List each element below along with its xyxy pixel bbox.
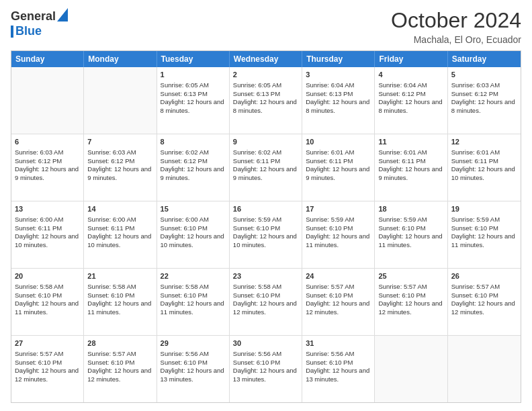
day-number: 20	[15, 271, 80, 281]
sunrise-text: Sunrise: 5:58 AM	[87, 283, 152, 291]
sunset-text: Sunset: 6:12 PM	[87, 157, 152, 166]
day-number: 11	[378, 137, 443, 147]
day-info: Sunrise: 5:59 AMSunset: 6:10 PMDaylight:…	[378, 216, 443, 250]
day-info: Sunrise: 6:01 AMSunset: 6:11 PMDaylight:…	[451, 148, 517, 183]
calendar-cell-6: 6Sunrise: 6:03 AMSunset: 6:12 PMDaylight…	[11, 134, 84, 201]
calendar-cell-21: 21Sunrise: 5:58 AMSunset: 6:10 PMDayligh…	[84, 269, 157, 335]
sunrise-text: Sunrise: 6:03 AM	[15, 148, 80, 157]
sunrise-text: Sunrise: 5:57 AM	[87, 350, 152, 359]
sunrise-text: Sunrise: 5:58 AM	[233, 283, 298, 291]
sunset-text: Sunset: 6:10 PM	[161, 224, 226, 233]
sunset-text: Sunset: 6:10 PM	[161, 359, 226, 367]
sunset-text: Sunset: 6:10 PM	[306, 224, 371, 233]
calendar-cell-9: 9Sunrise: 6:02 AMSunset: 6:11 PMDaylight…	[230, 134, 302, 201]
day-number: 13	[15, 204, 80, 214]
logo: General Blue	[11, 8, 68, 38]
daylight-text: Daylight: 12 hours and 13 minutes.	[161, 367, 226, 384]
sunset-text: Sunset: 6:10 PM	[233, 291, 298, 300]
day-info: Sunrise: 5:57 AMSunset: 6:10 PMDaylight:…	[451, 283, 517, 317]
calendar-row-1: 1Sunrise: 6:05 AMSunset: 6:13 PMDaylight…	[11, 67, 521, 134]
logo-bottom: Blue	[11, 24, 42, 38]
calendar-row-5: 27Sunrise: 5:57 AMSunset: 6:10 PMDayligh…	[11, 335, 521, 402]
logo-bar	[11, 26, 13, 38]
day-number: 16	[233, 204, 298, 214]
calendar-cell-7: 7Sunrise: 6:03 AMSunset: 6:12 PMDaylight…	[84, 134, 157, 201]
calendar-cell-16: 16Sunrise: 5:59 AMSunset: 6:10 PMDayligh…	[230, 201, 302, 268]
sunset-text: Sunset: 6:10 PM	[451, 291, 517, 300]
header-day-monday: Monday	[84, 51, 157, 67]
svg-marker-0	[57, 8, 68, 21]
sunset-text: Sunset: 6:10 PM	[378, 291, 443, 300]
sunrise-text: Sunrise: 5:57 AM	[451, 283, 517, 291]
calendar-cell-19: 19Sunrise: 5:59 AMSunset: 6:10 PMDayligh…	[448, 201, 521, 268]
day-info: Sunrise: 6:03 AMSunset: 6:12 PMDaylight:…	[15, 148, 80, 183]
calendar-cell-empty	[84, 67, 157, 134]
daylight-text: Daylight: 12 hours and 11 minutes.	[306, 232, 371, 250]
sunrise-text: Sunrise: 6:04 AM	[306, 81, 371, 90]
calendar-cell-empty	[448, 336, 521, 402]
day-info: Sunrise: 5:56 AMSunset: 6:10 PMDaylight:…	[233, 350, 298, 384]
header-day-tuesday: Tuesday	[157, 51, 230, 67]
sunrise-text: Sunrise: 6:01 AM	[306, 148, 371, 157]
sunset-text: Sunset: 6:10 PM	[15, 291, 80, 300]
logo-general-text: General	[11, 9, 56, 24]
calendar-cell-empty	[375, 336, 447, 402]
day-info: Sunrise: 6:01 AMSunset: 6:11 PMDaylight:…	[378, 148, 443, 183]
day-info: Sunrise: 5:58 AMSunset: 6:10 PMDaylight:…	[15, 283, 80, 317]
sunrise-text: Sunrise: 6:05 AM	[233, 81, 298, 90]
header: General Blue October 2024 Machala, El Or…	[11, 8, 521, 45]
sunrise-text: Sunrise: 6:03 AM	[87, 148, 152, 157]
day-info: Sunrise: 5:57 AMSunset: 6:10 PMDaylight:…	[378, 283, 443, 317]
day-number: 8	[161, 137, 226, 147]
sunset-text: Sunset: 6:13 PM	[161, 90, 226, 99]
calendar-cell-empty	[11, 67, 84, 134]
calendar-cell-20: 20Sunrise: 5:58 AMSunset: 6:10 PMDayligh…	[11, 269, 84, 335]
sunrise-text: Sunrise: 5:57 AM	[378, 283, 443, 291]
calendar-cell-23: 23Sunrise: 5:58 AMSunset: 6:10 PMDayligh…	[230, 269, 302, 335]
daylight-text: Daylight: 12 hours and 10 minutes.	[451, 165, 517, 183]
month-title: October 2024	[391, 8, 521, 33]
calendar-cell-10: 10Sunrise: 6:01 AMSunset: 6:11 PMDayligh…	[302, 134, 375, 201]
sunrise-text: Sunrise: 5:58 AM	[161, 283, 226, 291]
daylight-text: Daylight: 12 hours and 11 minutes.	[15, 300, 80, 317]
daylight-text: Daylight: 12 hours and 9 minutes.	[87, 165, 152, 183]
sunset-text: Sunset: 6:13 PM	[306, 90, 371, 99]
day-info: Sunrise: 6:03 AMSunset: 6:12 PMDaylight:…	[87, 148, 152, 183]
day-info: Sunrise: 5:58 AMSunset: 6:10 PMDaylight:…	[161, 283, 226, 317]
daylight-text: Daylight: 12 hours and 12 minutes.	[378, 300, 443, 317]
day-number: 18	[378, 204, 443, 214]
daylight-text: Daylight: 12 hours and 9 minutes.	[233, 165, 298, 183]
sunset-text: Sunset: 6:10 PM	[87, 359, 152, 367]
calendar-cell-15: 15Sunrise: 6:00 AMSunset: 6:10 PMDayligh…	[157, 201, 230, 268]
sunrise-text: Sunrise: 6:03 AM	[451, 81, 517, 90]
header-day-thursday: Thursday	[302, 51, 375, 67]
sunrise-text: Sunrise: 5:56 AM	[161, 350, 226, 359]
day-number: 9	[233, 137, 298, 147]
day-info: Sunrise: 5:59 AMSunset: 6:10 PMDaylight:…	[451, 216, 517, 250]
sunrise-text: Sunrise: 6:02 AM	[233, 148, 298, 157]
daylight-text: Daylight: 12 hours and 8 minutes.	[451, 98, 517, 116]
daylight-text: Daylight: 12 hours and 8 minutes.	[306, 98, 371, 116]
page: General Blue October 2024 Machala, El Or…	[0, 0, 532, 411]
logo-triangle-icon	[57, 8, 68, 24]
daylight-text: Daylight: 12 hours and 8 minutes.	[161, 98, 226, 116]
day-info: Sunrise: 6:05 AMSunset: 6:13 PMDaylight:…	[161, 81, 226, 116]
daylight-text: Daylight: 12 hours and 11 minutes.	[161, 300, 226, 317]
sunset-text: Sunset: 6:10 PM	[161, 291, 226, 300]
sunrise-text: Sunrise: 6:00 AM	[87, 216, 152, 224]
calendar-cell-18: 18Sunrise: 5:59 AMSunset: 6:10 PMDayligh…	[375, 201, 447, 268]
header-day-sunday: Sunday	[11, 51, 84, 67]
day-number: 1	[161, 70, 226, 80]
day-number: 2	[233, 70, 298, 80]
day-info: Sunrise: 6:02 AMSunset: 6:12 PMDaylight:…	[161, 148, 226, 183]
daylight-text: Daylight: 12 hours and 9 minutes.	[306, 165, 371, 183]
calendar-cell-28: 28Sunrise: 5:57 AMSunset: 6:10 PMDayligh…	[84, 336, 157, 402]
calendar-row-2: 6Sunrise: 6:03 AMSunset: 6:12 PMDaylight…	[11, 134, 521, 201]
day-number: 12	[451, 137, 517, 147]
daylight-text: Daylight: 12 hours and 9 minutes.	[15, 165, 80, 183]
day-info: Sunrise: 6:00 AMSunset: 6:10 PMDaylight:…	[161, 216, 226, 250]
sunrise-text: Sunrise: 5:59 AM	[378, 216, 443, 224]
calendar-cell-3: 3Sunrise: 6:04 AMSunset: 6:13 PMDaylight…	[302, 67, 375, 134]
sunset-text: Sunset: 6:10 PM	[306, 359, 371, 367]
day-number: 21	[87, 271, 152, 281]
